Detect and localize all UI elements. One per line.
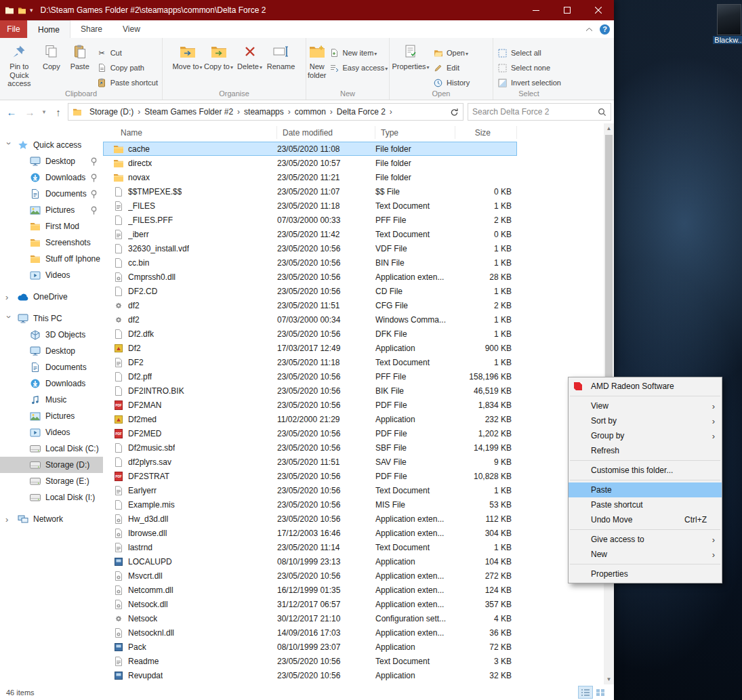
- collapse-ribbon-icon[interactable]: [585, 27, 593, 32]
- paste-button[interactable]: Paste: [66, 40, 94, 71]
- file-row-df2strat[interactable]: PDFDF2STRAT23/05/2020 10:56PDF File10,82…: [103, 469, 517, 483]
- new-folder-button[interactable]: New folder: [308, 40, 327, 79]
- breadcrumb-item-steam-games-folder-2[interactable]: Steam Games Folder #2: [141, 106, 236, 118]
- file-row-df2[interactable]: Df217/03/2017 12:49Application900 KB: [103, 341, 517, 355]
- file-row-cc-bin[interactable]: cc.bin23/05/2020 10:56BIN File1 KB: [103, 255, 517, 270]
- file-row-localupd[interactable]: LOCALUPD08/10/1999 23:13Application104 K…: [103, 554, 517, 569]
- easy-access-button[interactable]: Easy access▾: [327, 60, 391, 75]
- titlebar[interactable]: ▾ D:\Steam Games Folder #2\steamapps\com…: [0, 0, 614, 20]
- chevron-right-icon[interactable]: ›: [5, 515, 12, 524]
- scroll-up-icon[interactable]: ▲: [604, 123, 614, 133]
- sidebar-item-screenshots[interactable]: Screenshots: [0, 234, 103, 251]
- details-view-button[interactable]: [578, 686, 593, 699]
- context-menu-item-paste-shortcut[interactable]: Paste shortcut: [569, 497, 722, 512]
- search-input[interactable]: [472, 107, 598, 117]
- file-row-df2man[interactable]: PDFDF2MAN23/05/2020 10:56PDF File1,834 K…: [103, 398, 517, 412]
- file-row-netsock[interactable]: Netsock30/12/2017 21:10Configuration set…: [103, 611, 517, 625]
- breadcrumb-item-delta-force-2[interactable]: Delta Force 2: [333, 106, 389, 118]
- cut-button[interactable]: ✂ Cut: [94, 45, 161, 60]
- file-row-df2intro-bik[interactable]: DF2INTRO.BIK23/05/2020 10:56BIK File46,5…: [103, 384, 517, 398]
- column-header-name[interactable]: Name: [103, 126, 277, 139]
- file-row-df2-pff[interactable]: Df2.pff23/05/2020 10:56PFF File158,196 K…: [103, 369, 517, 384]
- file-row-df2[interactable]: DF223/05/2020 11:18Text Document1 KB: [103, 355, 517, 369]
- edit-button[interactable]: Edit: [430, 60, 472, 75]
- qat-folder-icon[interactable]: [18, 7, 26, 14]
- open-button[interactable]: Open▾: [430, 45, 472, 60]
- sidebar-item-storage-d[interactable]: Storage (D:): [0, 457, 103, 473]
- file-row-df2med[interactable]: Df2med11/02/2000 21:29Application232 KB: [103, 412, 517, 426]
- file-row-32630-install-vdf[interactable]: 32630_install.vdf23/05/2020 10:56VDF Fil…: [103, 241, 517, 255]
- sidebar-item-first-mod[interactable]: First Mod: [0, 218, 103, 234]
- sidebar-item-storage-e[interactable]: Storage (E:): [0, 473, 103, 489]
- back-button[interactable]: ←: [3, 103, 20, 121]
- search-icon[interactable]: [598, 108, 606, 117]
- context-menu-item-sort-by[interactable]: Sort by›: [569, 413, 722, 428]
- context-menu-item-amd-radeon-software[interactable]: AMD Radeon Software: [569, 379, 722, 394]
- file-row-hw-d3d-dll[interactable]: Hw_d3d.dll23/05/2020 10:56Application ex…: [103, 512, 517, 526]
- chevron-down-icon[interactable]: ›: [5, 315, 14, 322]
- context-menu-item-customise-this-folder[interactable]: Customise this folder...: [569, 463, 722, 478]
- context-menu-item-view[interactable]: View›: [569, 398, 722, 413]
- qat-customize-chevron-icon[interactable]: ▾: [30, 7, 33, 14]
- context-menu-item-group-by[interactable]: Group by›: [569, 428, 722, 443]
- sidebar-item-downloads[interactable]: Downloads: [0, 169, 103, 186]
- sidebar-item-local-disk-i[interactable]: Local Disk (I:): [0, 489, 103, 506]
- close-button[interactable]: [583, 0, 614, 20]
- sidebar-item-this-pc[interactable]: ›This PC: [0, 310, 103, 327]
- context-menu-item-properties[interactable]: Properties: [569, 567, 722, 581]
- sidebar-item-network[interactable]: ›Network: [0, 511, 103, 527]
- context-menu-item-give-access-to[interactable]: Give access to›: [569, 532, 722, 547]
- file-row-iberr[interactable]: _iberr23/05/2020 11:42Text Document0 KB: [103, 227, 517, 241]
- file-row-df2plyrs-sav[interactable]: df2plyrs.sav23/05/2020 11:51SAV File9 KB: [103, 455, 517, 469]
- address-box[interactable]: Storage (D:)›Steam Games Folder #2›steam…: [68, 103, 463, 121]
- file-row-netcomm-dll[interactable]: Netcomm.dll16/12/1999 01:35Application e…: [103, 583, 517, 597]
- file-row-df2[interactable]: df223/05/2020 11:51CFG File2 KB: [103, 298, 517, 312]
- column-header-date[interactable]: Date modified: [277, 126, 375, 139]
- file-row-df2-dfk[interactable]: Df2.dfk23/05/2020 10:56DFK File1 KB: [103, 327, 517, 341]
- file-row-df2[interactable]: df207/03/2000 00:34Windows Comma...1 KB: [103, 312, 517, 327]
- forward-button[interactable]: →: [21, 103, 39, 121]
- history-button[interactable]: History: [430, 75, 472, 90]
- sidebar-item-videos[interactable]: Videos: [0, 267, 103, 283]
- search-box[interactable]: [468, 103, 611, 121]
- select-none-button[interactable]: Select none: [495, 60, 564, 75]
- tab-view[interactable]: View: [112, 20, 150, 38]
- column-header-type[interactable]: Type: [375, 126, 455, 139]
- file-row-msvcrt-dll[interactable]: Msvcrt.dll23/05/2020 10:56Application ex…: [103, 569, 517, 583]
- breadcrumb-chevron-icon[interactable]: ›: [389, 107, 393, 117]
- breadcrumb-item-steamapps[interactable]: steamapps: [241, 106, 287, 118]
- file-row-example-mis[interactable]: Example.mis23/05/2020 10:56MIS File53 KB: [103, 497, 517, 512]
- help-icon[interactable]: ?: [600, 24, 610, 35]
- scroll-down-icon[interactable]: ▼: [604, 674, 614, 684]
- file-row-readme[interactable]: Readme23/05/2020 10:56Text Document3 KB: [103, 654, 517, 668]
- file-row-ibrowse-dll[interactable]: Ibrowse.dll17/12/2003 16:46Application e…: [103, 526, 517, 540]
- context-menu-item-undo-move[interactable]: Undo MoveCtrl+Z: [569, 512, 722, 527]
- maximize-button[interactable]: [552, 0, 583, 20]
- breadcrumb-item-common[interactable]: common: [291, 106, 329, 118]
- file-row-revupdat[interactable]: Revupdat23/05/2020 10:56Application32 KB: [103, 668, 517, 682]
- sidebar-item-pictures[interactable]: Pictures: [0, 408, 103, 424]
- tab-home[interactable]: Home: [27, 20, 70, 38]
- properties-button[interactable]: Properties▾: [391, 40, 430, 71]
- new-item-button[interactable]: New item▾: [327, 45, 391, 60]
- file-row-novax[interactable]: novax23/05/2020 11:21File folder: [103, 170, 517, 184]
- file-row-tmpexe[interactable]: $$TMPEXE.$$23/05/2020 11:07$$ File0 KB: [103, 184, 517, 199]
- chevron-right-icon[interactable]: ›: [5, 293, 12, 302]
- up-button[interactable]: ↑: [49, 103, 67, 121]
- file-row-earlyerr[interactable]: Earlyerr23/05/2020 10:56Text Document1 K…: [103, 483, 517, 497]
- copy-path-button[interactable]: Copy path: [94, 60, 161, 75]
- file-row-cache[interactable]: cache23/05/2020 11:08File folder: [103, 142, 517, 156]
- copy-button[interactable]: Copy: [37, 40, 66, 71]
- breadcrumb-item-storage-d[interactable]: Storage (D:): [86, 106, 137, 118]
- sidebar-item-videos[interactable]: Videos: [0, 424, 103, 440]
- recent-locations-chevron-icon[interactable]: ▾: [39, 108, 49, 115]
- file-row-netsocknl-dll[interactable]: Netsocknl.dll14/09/2016 17:03Application…: [103, 625, 517, 640]
- copy-to-button[interactable]: Copy to▾: [203, 40, 234, 71]
- sidebar-item-onedrive[interactable]: ›OneDrive: [0, 289, 103, 305]
- file-row-lastrnd[interactable]: lastrnd23/05/2020 11:14Text Document1 KB: [103, 540, 517, 554]
- file-row-directx[interactable]: directx23/05/2020 10:57File folder: [103, 156, 517, 170]
- file-row-df2-cd[interactable]: DF2.CD23/05/2020 10:56CD File1 KB: [103, 284, 517, 298]
- context-menu-item-paste[interactable]: Paste: [569, 482, 722, 497]
- sidebar-item-music[interactable]: Music: [0, 392, 103, 408]
- context-menu-item-new[interactable]: New›: [569, 547, 722, 562]
